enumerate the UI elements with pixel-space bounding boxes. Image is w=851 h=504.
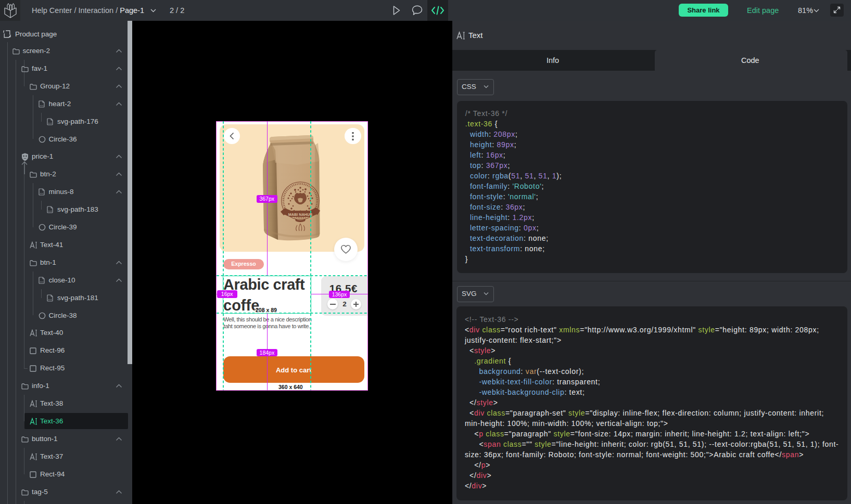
svg-text:MABI NAHUB: MABI NAHUB: [288, 212, 312, 217]
